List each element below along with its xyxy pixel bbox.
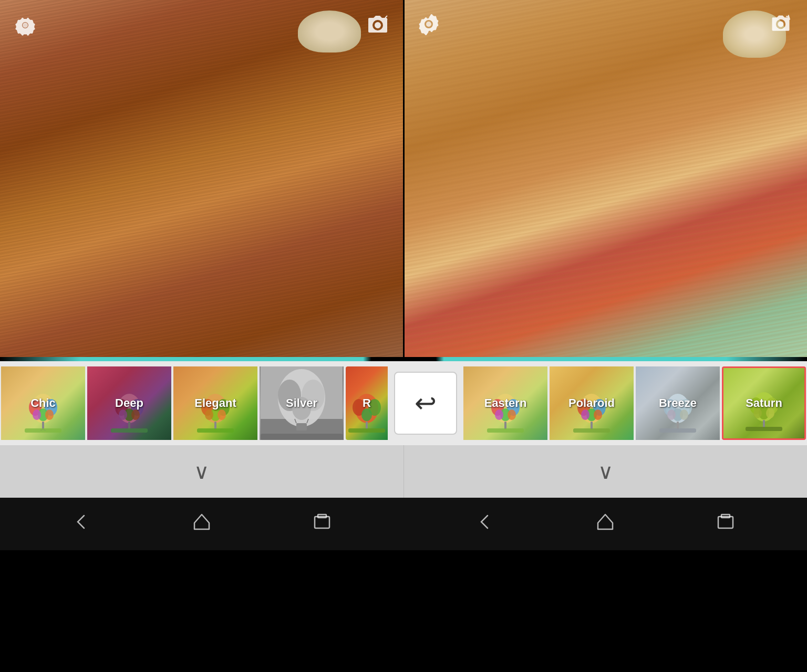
filter-strip: Chic Deep xyxy=(0,361,807,445)
back-button[interactable]: ↩ xyxy=(394,372,457,435)
nav-back-button-right[interactable] xyxy=(474,511,495,537)
svg-rect-34 xyxy=(296,423,307,430)
filter-item-eastern[interactable]: Eastern xyxy=(463,366,547,440)
filter-item-elegant[interactable]: Elegant xyxy=(173,366,257,440)
svg-rect-67 xyxy=(659,428,696,433)
svg-rect-50 xyxy=(504,422,506,429)
nav-recents-button-left[interactable] xyxy=(312,511,333,537)
filter-label-saturn: Saturn xyxy=(746,396,782,410)
camera-preview-area xyxy=(0,0,807,357)
filter-item-breeze[interactable]: Breeze xyxy=(636,366,720,440)
svg-point-16 xyxy=(119,410,127,420)
wood-texture-left xyxy=(0,0,403,357)
back-icon: ↩ xyxy=(415,388,437,418)
svg-point-64 xyxy=(667,410,676,420)
camera-flip-icon-left[interactable] xyxy=(365,13,390,38)
filter-label-r: R xyxy=(363,396,371,410)
svg-rect-37 xyxy=(261,434,343,440)
filter-label-silver: Silver xyxy=(286,396,317,410)
svg-point-1 xyxy=(426,22,431,27)
filter-item-r[interactable]: R xyxy=(346,366,388,440)
filter-item-silver[interactable]: Silver xyxy=(260,366,344,440)
chevron-down-icon-left: ∨ xyxy=(194,459,209,484)
svg-point-25 xyxy=(218,410,226,420)
svg-rect-27 xyxy=(197,428,234,433)
svg-rect-66 xyxy=(677,422,679,429)
svg-point-48 xyxy=(495,410,503,420)
filter-label-deep: Deep xyxy=(115,396,143,410)
filter-item-chic[interactable]: Chic xyxy=(1,366,85,440)
svg-rect-86 xyxy=(718,517,733,528)
svg-rect-11 xyxy=(25,428,61,433)
settings-icon-right[interactable] xyxy=(417,13,442,38)
svg-rect-18 xyxy=(128,422,130,429)
nav-section-right xyxy=(404,498,807,550)
svg-rect-58 xyxy=(591,422,593,429)
nav-section-left xyxy=(0,498,404,550)
svg-rect-42 xyxy=(366,422,368,429)
svg-marker-85 xyxy=(598,514,613,529)
nav-bar xyxy=(0,498,807,550)
filter-label-chic: Chic xyxy=(30,396,56,410)
chevron-left[interactable]: ∨ xyxy=(0,445,404,498)
svg-point-65 xyxy=(680,410,688,420)
filter-label-breeze: Breeze xyxy=(659,396,697,410)
filter-label-elegant: Elegant xyxy=(194,396,236,410)
settings-icon-left[interactable] xyxy=(13,13,38,38)
svg-point-17 xyxy=(131,410,140,420)
svg-point-41 xyxy=(361,408,372,421)
chevron-bar: ∨ ∨ xyxy=(0,445,807,498)
divider-line xyxy=(0,357,807,361)
camera-panel-left xyxy=(0,0,405,357)
svg-rect-19 xyxy=(111,428,148,433)
svg-rect-75 xyxy=(746,427,782,431)
svg-point-7 xyxy=(45,410,54,420)
nav-home-button-left[interactable] xyxy=(191,511,212,537)
svg-rect-43 xyxy=(348,428,385,433)
chevron-right[interactable]: ∨ xyxy=(404,445,808,498)
nav-home-button-right[interactable] xyxy=(595,511,616,537)
svg-rect-83 xyxy=(315,517,329,528)
svg-point-57 xyxy=(594,410,602,420)
svg-rect-26 xyxy=(214,422,216,429)
camera-flip-icon-right[interactable] xyxy=(769,13,794,38)
nav-back-button-left[interactable] xyxy=(71,511,92,537)
svg-rect-74 xyxy=(763,420,765,428)
cup-left xyxy=(298,10,361,52)
svg-point-6 xyxy=(33,410,41,420)
nav-recents-button-right[interactable] xyxy=(715,511,736,537)
filter-label-polaroid: Polaroid xyxy=(568,396,615,410)
filter-item-polaroid[interactable]: Polaroid xyxy=(550,366,634,440)
filter-item-saturn[interactable]: Saturn xyxy=(722,366,806,440)
chevron-down-icon-right: ∨ xyxy=(598,459,613,484)
svg-rect-51 xyxy=(487,428,524,433)
svg-rect-59 xyxy=(573,428,610,433)
svg-point-56 xyxy=(581,410,589,420)
svg-point-24 xyxy=(205,410,213,420)
filter-item-deep[interactable]: Deep xyxy=(87,366,171,440)
svg-point-49 xyxy=(508,410,516,420)
svg-marker-82 xyxy=(194,514,209,529)
svg-rect-8 xyxy=(42,422,44,429)
svg-point-0 xyxy=(23,23,28,28)
filter-label-eastern: Eastern xyxy=(484,396,527,410)
camera-panel-right xyxy=(405,0,808,357)
